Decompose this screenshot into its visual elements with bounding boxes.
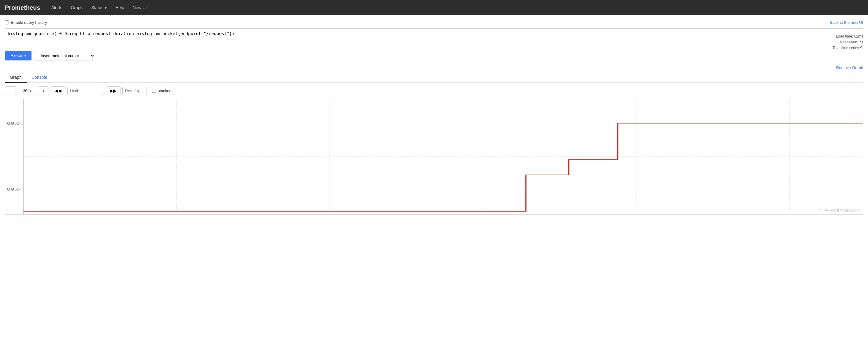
tabs: Graph Console bbox=[5, 72, 863, 83]
back-to-new-ui-link[interactable]: Back to the new UI bbox=[830, 20, 863, 25]
until-input[interactable] bbox=[67, 87, 104, 95]
stacked-checkbox[interactable] bbox=[152, 89, 156, 93]
duration-input[interactable] bbox=[18, 87, 36, 95]
nav-item-help[interactable]: Help bbox=[112, 3, 128, 12]
go-back-button[interactable]: ◀◀ bbox=[51, 86, 65, 95]
svg-text:69.8: 69.8 bbox=[7, 121, 20, 125]
remove-graph-link[interactable]: Remove Graph bbox=[836, 65, 863, 70]
top-bar: Enable query history Back to the new UI bbox=[5, 20, 863, 25]
resolution-stat: Resolution: 7s bbox=[833, 39, 863, 45]
graph-svg: 69.8 69.6 bbox=[5, 99, 863, 214]
zoom-out-button[interactable]: - bbox=[5, 86, 16, 95]
graph-controls: - + ◀◀ ▶▶ stacked bbox=[5, 86, 863, 95]
execute-button[interactable]: Execute bbox=[5, 51, 31, 61]
navbar: Prometheus Alerts Graph Status ▾ Help Ne… bbox=[0, 0, 868, 15]
stats-panel: Load time: 62ms Resolution: 7s Total tim… bbox=[833, 34, 863, 51]
graph-container: 69.8 69.6 CSDN @不爱学习的王小小 bbox=[5, 99, 863, 215]
zoom-in-button[interactable]: + bbox=[38, 86, 49, 95]
query-input[interactable] bbox=[5, 28, 863, 48]
execute-row: Execute - insert metric at cursor - bbox=[5, 51, 863, 61]
nav-item-new-ui[interactable]: New UI bbox=[129, 3, 151, 12]
query-area bbox=[5, 28, 863, 48]
nav-item-graph[interactable]: Graph bbox=[67, 3, 86, 12]
nav-item-status[interactable]: Status ▾ bbox=[88, 3, 111, 12]
remove-graph-row: Remove Graph bbox=[5, 65, 863, 70]
query-history-checkbox[interactable] bbox=[5, 21, 9, 25]
total-time-series-stat: Total time series: 1 bbox=[833, 45, 863, 51]
load-time-stat: Load time: 62ms bbox=[833, 34, 863, 39]
stacked-label[interactable]: stacked bbox=[149, 87, 175, 95]
watermark: CSDN @不爱学习的王小小 bbox=[819, 208, 860, 213]
nav-items: Alerts Graph Status ▾ Help New UI bbox=[48, 3, 151, 12]
resolution-input[interactable] bbox=[122, 87, 147, 95]
brand-logo[interactable]: Prometheus bbox=[5, 4, 40, 11]
main-content: Enable query history Back to the new UI … bbox=[0, 15, 868, 219]
metric-selector[interactable]: - insert metric at cursor - bbox=[34, 51, 95, 61]
query-history-label[interactable]: Enable query history bbox=[5, 20, 47, 25]
svg-text:69.6: 69.6 bbox=[7, 187, 20, 191]
tab-graph[interactable]: Graph bbox=[5, 72, 27, 83]
nav-item-alerts[interactable]: Alerts bbox=[48, 3, 66, 12]
chevron-down-icon: ▾ bbox=[104, 5, 107, 10]
go-forward-button[interactable]: ▶▶ bbox=[106, 86, 121, 95]
tab-console[interactable]: Console bbox=[27, 72, 52, 83]
